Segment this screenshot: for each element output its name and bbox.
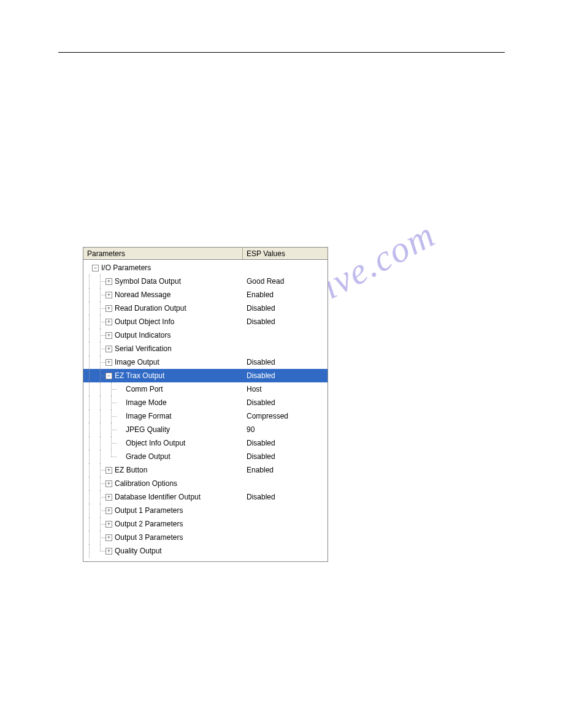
expand-icon[interactable]: +	[105, 278, 112, 285]
expand-icon[interactable]: +	[105, 548, 112, 555]
collapse-icon[interactable]: −	[92, 265, 99, 271]
tree-leaf-value: 90	[247, 425, 255, 434]
expand-icon[interactable]: +	[105, 359, 112, 366]
tree-leaf-value: Disabled	[247, 439, 275, 447]
tree-item-label: Output 2 Parameters	[115, 520, 183, 528]
tree-item[interactable]: + Quality Output	[83, 544, 327, 558]
tree-leaf[interactable]: Object Info Output Disabled	[83, 436, 327, 450]
tree-item-value: Enabled	[247, 290, 274, 299]
tree-item-value: Disabled	[247, 317, 275, 326]
tree-leaf[interactable]: Image Mode Disabled	[83, 396, 327, 409]
tree-item[interactable]: + Output 3 Parameters	[83, 531, 327, 544]
tree-leaf-label: Image Mode	[126, 398, 167, 407]
tree-item[interactable]: + Output Indicators	[83, 328, 327, 342]
expand-icon[interactable]: +	[105, 494, 112, 501]
tree-item[interactable]: + Output 1 Parameters	[83, 504, 327, 517]
expand-icon[interactable]: +	[105, 292, 112, 298]
tree-item[interactable]: + Database Identifier Output Disabled	[83, 490, 327, 504]
tree-item-label: Symbol Data Output	[115, 277, 181, 286]
tree-item-label: Output 3 Parameters	[115, 533, 183, 542]
tree-item-label: Output 1 Parameters	[115, 506, 183, 515]
tree-item-label: Calibration Options	[115, 479, 177, 488]
tree-item-label: Serial Verification	[115, 344, 172, 353]
tree-item-ez-trax-output[interactable]: − EZ Trax Output Disabled	[83, 369, 327, 382]
tree-header: Parameters ESP Values	[83, 248, 327, 260]
tree-item-value: Enabled	[247, 466, 274, 474]
tree-leaf-label: Object Info Output	[126, 439, 185, 447]
tree-item[interactable]: + Calibration Options	[83, 477, 327, 490]
expand-icon[interactable]: +	[105, 507, 112, 514]
tree-item[interactable]: + Image Output Disabled	[83, 355, 327, 369]
tree-item-value: Disabled	[247, 358, 275, 366]
tree-leaf-label: Comm Port	[126, 385, 163, 393]
collapse-icon[interactable]: −	[105, 373, 112, 379]
tree-item[interactable]: + Output Object Info Disabled	[83, 315, 327, 328]
tree-leaf-value: Disabled	[247, 398, 275, 407]
top-divider	[58, 52, 505, 53]
expand-icon[interactable]: +	[105, 521, 112, 528]
tree-item-label: Noread Message	[115, 290, 170, 299]
tree-body: − I/O Parameters + Symbol Data Output Go…	[83, 260, 327, 561]
tree-root-label: I/O Parameters	[101, 264, 151, 272]
tree-item[interactable]: + Serial Verification	[83, 342, 327, 355]
tree-leaf[interactable]: Grade Output Disabled	[83, 450, 327, 463]
tree-item-label: Image Output	[115, 358, 159, 366]
tree-leaf[interactable]: JPEG Quality 90	[83, 423, 327, 436]
expand-icon[interactable]: +	[105, 346, 112, 352]
tree-item-label: Output Object Info	[115, 317, 174, 326]
parameters-tree-panel: Parameters ESP Values − I/O Parameters +…	[83, 247, 328, 562]
tree-item[interactable]: + Output 2 Parameters	[83, 517, 327, 531]
expand-icon[interactable]: +	[105, 319, 112, 325]
tree-leaf-label: Image Format	[126, 412, 172, 420]
tree-leaf[interactable]: Comm Port Host	[83, 382, 327, 396]
expand-icon[interactable]: +	[105, 305, 112, 312]
tree-item-label: Quality Output	[115, 547, 162, 555]
expand-icon[interactable]: +	[105, 332, 112, 339]
expand-icon[interactable]: +	[105, 467, 112, 474]
tree-item[interactable]: + Symbol Data Output Good Read	[83, 275, 327, 288]
tree-leaf-label: Grade Output	[126, 452, 170, 461]
tree-item-label: Output Indicators	[115, 331, 170, 339]
tree-item-label: Database Identifier Output	[115, 493, 201, 501]
header-parameters[interactable]: Parameters	[83, 248, 243, 259]
tree-leaf[interactable]: Image Format Compressed	[83, 409, 327, 423]
tree-leaf-value: Host	[247, 385, 262, 393]
tree-item[interactable]: + Noread Message Enabled	[83, 288, 327, 301]
tree-leaf-value: Disabled	[247, 452, 275, 461]
tree-item-value: Disabled	[247, 304, 275, 313]
tree-root-io-parameters[interactable]: − I/O Parameters	[83, 261, 327, 275]
tree-item[interactable]: + Read Duration Output Disabled	[83, 301, 327, 315]
tree-item[interactable]: + EZ Button Enabled	[83, 463, 327, 477]
tree-item-value: Good Read	[247, 277, 284, 286]
tree-item-label: EZ Trax Output	[115, 371, 164, 380]
tree-leaf-label: JPEG Quality	[126, 425, 170, 434]
expand-icon[interactable]: +	[105, 480, 112, 487]
tree-item-label: EZ Button	[115, 466, 147, 474]
tree-item-label: Read Duration Output	[115, 304, 186, 313]
header-esp-values[interactable]: ESP Values	[243, 248, 327, 259]
tree-item-value: Disabled	[247, 493, 275, 501]
expand-icon[interactable]: +	[105, 534, 112, 541]
tree-leaf-value: Compressed	[247, 412, 288, 420]
tree-item-value: Disabled	[247, 371, 275, 380]
